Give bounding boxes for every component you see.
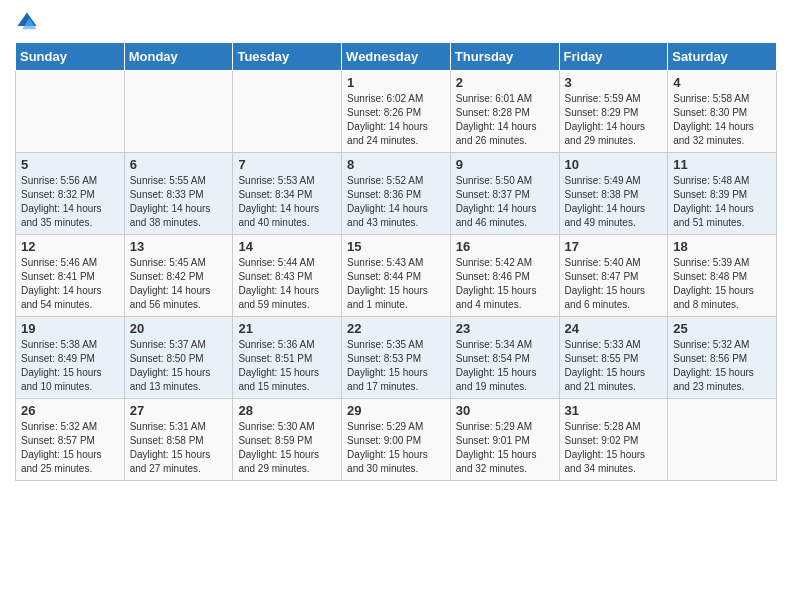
- calendar-cell: 27Sunrise: 5:31 AM Sunset: 8:58 PM Dayli…: [124, 399, 233, 481]
- day-header-monday: Monday: [124, 43, 233, 71]
- cell-info: Sunrise: 5:52 AM Sunset: 8:36 PM Dayligh…: [347, 174, 445, 230]
- day-number: 18: [673, 239, 771, 254]
- day-number: 14: [238, 239, 336, 254]
- calendar-cell: 5Sunrise: 5:56 AM Sunset: 8:32 PM Daylig…: [16, 153, 125, 235]
- calendar-cell: 31Sunrise: 5:28 AM Sunset: 9:02 PM Dayli…: [559, 399, 668, 481]
- calendar-cell: 10Sunrise: 5:49 AM Sunset: 8:38 PM Dayli…: [559, 153, 668, 235]
- day-number: 2: [456, 75, 554, 90]
- day-number: 11: [673, 157, 771, 172]
- calendar-cell: 2Sunrise: 6:01 AM Sunset: 8:28 PM Daylig…: [450, 71, 559, 153]
- page-header: [15, 10, 777, 34]
- day-header-saturday: Saturday: [668, 43, 777, 71]
- cell-info: Sunrise: 5:38 AM Sunset: 8:49 PM Dayligh…: [21, 338, 119, 394]
- day-header-sunday: Sunday: [16, 43, 125, 71]
- calendar-cell: 19Sunrise: 5:38 AM Sunset: 8:49 PM Dayli…: [16, 317, 125, 399]
- cell-info: Sunrise: 5:36 AM Sunset: 8:51 PM Dayligh…: [238, 338, 336, 394]
- day-header-thursday: Thursday: [450, 43, 559, 71]
- day-number: 1: [347, 75, 445, 90]
- day-number: 12: [21, 239, 119, 254]
- cell-info: Sunrise: 5:32 AM Sunset: 8:57 PM Dayligh…: [21, 420, 119, 476]
- cell-info: Sunrise: 5:29 AM Sunset: 9:01 PM Dayligh…: [456, 420, 554, 476]
- calendar-cell: 22Sunrise: 5:35 AM Sunset: 8:53 PM Dayli…: [342, 317, 451, 399]
- calendar-cell: 11Sunrise: 5:48 AM Sunset: 8:39 PM Dayli…: [668, 153, 777, 235]
- cell-info: Sunrise: 6:02 AM Sunset: 8:26 PM Dayligh…: [347, 92, 445, 148]
- day-number: 30: [456, 403, 554, 418]
- calendar-cell: 18Sunrise: 5:39 AM Sunset: 8:48 PM Dayli…: [668, 235, 777, 317]
- day-number: 17: [565, 239, 663, 254]
- cell-info: Sunrise: 5:28 AM Sunset: 9:02 PM Dayligh…: [565, 420, 663, 476]
- day-number: 29: [347, 403, 445, 418]
- day-number: 25: [673, 321, 771, 336]
- calendar-cell: [233, 71, 342, 153]
- day-number: 22: [347, 321, 445, 336]
- cell-info: Sunrise: 5:53 AM Sunset: 8:34 PM Dayligh…: [238, 174, 336, 230]
- calendar-cell: 14Sunrise: 5:44 AM Sunset: 8:43 PM Dayli…: [233, 235, 342, 317]
- cell-info: Sunrise: 5:58 AM Sunset: 8:30 PM Dayligh…: [673, 92, 771, 148]
- day-header-wednesday: Wednesday: [342, 43, 451, 71]
- day-number: 9: [456, 157, 554, 172]
- cell-info: Sunrise: 5:29 AM Sunset: 9:00 PM Dayligh…: [347, 420, 445, 476]
- calendar-week-row: 5Sunrise: 5:56 AM Sunset: 8:32 PM Daylig…: [16, 153, 777, 235]
- calendar-table: SundayMondayTuesdayWednesdayThursdayFrid…: [15, 42, 777, 481]
- calendar-week-row: 1Sunrise: 6:02 AM Sunset: 8:26 PM Daylig…: [16, 71, 777, 153]
- calendar-cell: 6Sunrise: 5:55 AM Sunset: 8:33 PM Daylig…: [124, 153, 233, 235]
- cell-info: Sunrise: 5:39 AM Sunset: 8:48 PM Dayligh…: [673, 256, 771, 312]
- day-number: 21: [238, 321, 336, 336]
- day-number: 13: [130, 239, 228, 254]
- cell-info: Sunrise: 5:34 AM Sunset: 8:54 PM Dayligh…: [456, 338, 554, 394]
- calendar-cell: 23Sunrise: 5:34 AM Sunset: 8:54 PM Dayli…: [450, 317, 559, 399]
- calendar-cell: [124, 71, 233, 153]
- calendar-week-row: 12Sunrise: 5:46 AM Sunset: 8:41 PM Dayli…: [16, 235, 777, 317]
- day-number: 16: [456, 239, 554, 254]
- day-number: 28: [238, 403, 336, 418]
- calendar-cell: [16, 71, 125, 153]
- calendar-cell: 3Sunrise: 5:59 AM Sunset: 8:29 PM Daylig…: [559, 71, 668, 153]
- cell-info: Sunrise: 6:01 AM Sunset: 8:28 PM Dayligh…: [456, 92, 554, 148]
- logo-icon: [15, 10, 39, 34]
- day-number: 3: [565, 75, 663, 90]
- calendar-cell: 8Sunrise: 5:52 AM Sunset: 8:36 PM Daylig…: [342, 153, 451, 235]
- logo: [15, 10, 43, 34]
- cell-info: Sunrise: 5:55 AM Sunset: 8:33 PM Dayligh…: [130, 174, 228, 230]
- calendar-cell: 9Sunrise: 5:50 AM Sunset: 8:37 PM Daylig…: [450, 153, 559, 235]
- day-number: 10: [565, 157, 663, 172]
- calendar-cell: 4Sunrise: 5:58 AM Sunset: 8:30 PM Daylig…: [668, 71, 777, 153]
- calendar-week-row: 26Sunrise: 5:32 AM Sunset: 8:57 PM Dayli…: [16, 399, 777, 481]
- calendar-cell: 21Sunrise: 5:36 AM Sunset: 8:51 PM Dayli…: [233, 317, 342, 399]
- cell-info: Sunrise: 5:56 AM Sunset: 8:32 PM Dayligh…: [21, 174, 119, 230]
- calendar-cell: 16Sunrise: 5:42 AM Sunset: 8:46 PM Dayli…: [450, 235, 559, 317]
- cell-info: Sunrise: 5:44 AM Sunset: 8:43 PM Dayligh…: [238, 256, 336, 312]
- calendar-cell: 13Sunrise: 5:45 AM Sunset: 8:42 PM Dayli…: [124, 235, 233, 317]
- cell-info: Sunrise: 5:32 AM Sunset: 8:56 PM Dayligh…: [673, 338, 771, 394]
- day-number: 26: [21, 403, 119, 418]
- cell-info: Sunrise: 5:49 AM Sunset: 8:38 PM Dayligh…: [565, 174, 663, 230]
- calendar-cell: 28Sunrise: 5:30 AM Sunset: 8:59 PM Dayli…: [233, 399, 342, 481]
- cell-info: Sunrise: 5:45 AM Sunset: 8:42 PM Dayligh…: [130, 256, 228, 312]
- day-number: 6: [130, 157, 228, 172]
- day-number: 27: [130, 403, 228, 418]
- day-header-tuesday: Tuesday: [233, 43, 342, 71]
- cell-info: Sunrise: 5:30 AM Sunset: 8:59 PM Dayligh…: [238, 420, 336, 476]
- calendar-cell: 7Sunrise: 5:53 AM Sunset: 8:34 PM Daylig…: [233, 153, 342, 235]
- calendar-cell: 24Sunrise: 5:33 AM Sunset: 8:55 PM Dayli…: [559, 317, 668, 399]
- cell-info: Sunrise: 5:40 AM Sunset: 8:47 PM Dayligh…: [565, 256, 663, 312]
- calendar-cell: 25Sunrise: 5:32 AM Sunset: 8:56 PM Dayli…: [668, 317, 777, 399]
- calendar-cell: 26Sunrise: 5:32 AM Sunset: 8:57 PM Dayli…: [16, 399, 125, 481]
- day-number: 20: [130, 321, 228, 336]
- day-header-friday: Friday: [559, 43, 668, 71]
- cell-info: Sunrise: 5:43 AM Sunset: 8:44 PM Dayligh…: [347, 256, 445, 312]
- cell-info: Sunrise: 5:35 AM Sunset: 8:53 PM Dayligh…: [347, 338, 445, 394]
- cell-info: Sunrise: 5:50 AM Sunset: 8:37 PM Dayligh…: [456, 174, 554, 230]
- day-number: 24: [565, 321, 663, 336]
- day-number: 4: [673, 75, 771, 90]
- cell-info: Sunrise: 5:42 AM Sunset: 8:46 PM Dayligh…: [456, 256, 554, 312]
- day-number: 19: [21, 321, 119, 336]
- day-number: 8: [347, 157, 445, 172]
- calendar-header-row: SundayMondayTuesdayWednesdayThursdayFrid…: [16, 43, 777, 71]
- cell-info: Sunrise: 5:46 AM Sunset: 8:41 PM Dayligh…: [21, 256, 119, 312]
- day-number: 7: [238, 157, 336, 172]
- calendar-cell: 1Sunrise: 6:02 AM Sunset: 8:26 PM Daylig…: [342, 71, 451, 153]
- day-number: 15: [347, 239, 445, 254]
- cell-info: Sunrise: 5:37 AM Sunset: 8:50 PM Dayligh…: [130, 338, 228, 394]
- cell-info: Sunrise: 5:59 AM Sunset: 8:29 PM Dayligh…: [565, 92, 663, 148]
